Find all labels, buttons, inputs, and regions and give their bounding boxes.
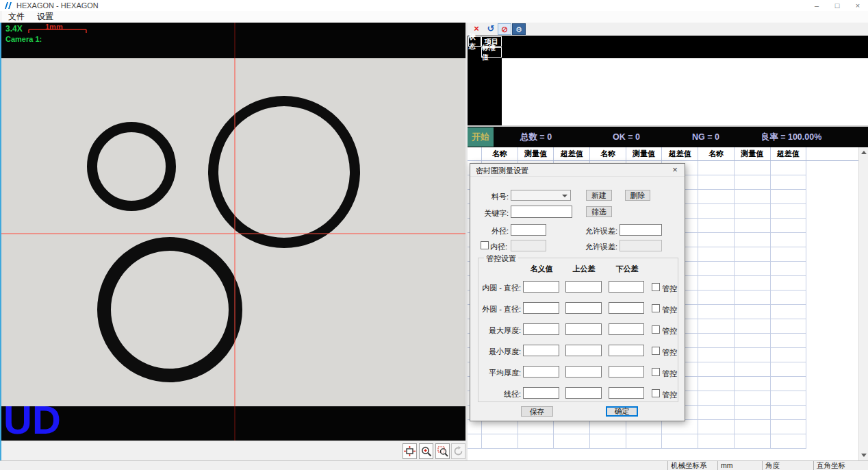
results-row: [468, 420, 858, 434]
nominal-input[interactable]: [523, 281, 559, 293]
rect-coordinates-label: 直角坐标: [813, 461, 868, 470]
lower-tol-input[interactable]: [609, 281, 644, 293]
part-no-label: 料号:: [477, 192, 509, 202]
nominal-column-header: 名义值: [521, 264, 562, 274]
control-checkbox[interactable]: [652, 368, 660, 376]
upper-tol-input[interactable]: [565, 323, 602, 335]
control-checkbox-label: 管控: [662, 284, 677, 294]
upper-tol-input[interactable]: [565, 302, 602, 314]
control-row-label: 外圆 - 直径:: [478, 304, 521, 314]
part-no-select[interactable]: [511, 190, 571, 201]
ok-button[interactable]: 确定: [606, 406, 638, 417]
zoom-in-icon: [421, 446, 432, 457]
keyword-label: 关键字:: [473, 208, 509, 219]
col-measured: 测量值: [518, 147, 554, 160]
coordinate-system-label: 机械坐标系: [667, 461, 717, 470]
col-deviation: 超差值: [662, 147, 698, 160]
control-settings-group: 管控设置 名义值 上公差 下公差 内圆 - 直径:管控外圆 - 直径:管控最大厚…: [478, 258, 678, 402]
vertical-scrollbar[interactable]: [858, 147, 868, 460]
nominal-input[interactable]: [523, 323, 559, 335]
scroll-down-arrow[interactable]: [859, 450, 868, 460]
header-standard-value: 标准值: [481, 47, 502, 58]
nominal-input[interactable]: [523, 302, 559, 314]
direction-watermark: UD: [3, 400, 61, 440]
dialog-title-bar[interactable]: 密封圈测量设置 ×: [470, 164, 685, 177]
control-checkbox[interactable]: [652, 325, 660, 334]
lower-tol-input[interactable]: [609, 387, 644, 399]
dialog-title: 密封圈测量设置: [476, 166, 528, 176]
col-deviation: 超差值: [554, 147, 590, 160]
inner-diameter-checkbox[interactable]: [481, 241, 489, 249]
block-icon[interactable]: ⊘: [498, 23, 511, 35]
run-status-bar: 开始 总数 = 0 OK = 0 NG = 0 良率 = 100.00%: [468, 127, 868, 147]
app-logo-icon: [4, 2, 12, 9]
keyword-input[interactable]: [511, 206, 572, 218]
control-checkbox[interactable]: [652, 347, 660, 355]
control-checkbox[interactable]: [652, 304, 660, 312]
title-bar: HEXAGON - HEXAGON – □ ×: [0, 0, 868, 11]
upper-tol-column-header: 上公差: [563, 264, 604, 274]
results-table-header: 名称 测量值 超差值 名称 测量值 超差值 名称 测量值 超差值: [468, 147, 858, 161]
total-counter: 总数 = 0: [495, 127, 577, 147]
tolerance-label: 允许误差:: [580, 242, 617, 252]
scroll-up-arrow[interactable]: [859, 147, 868, 158]
lower-tol-column-header: 下公差: [607, 264, 648, 274]
zoom-actual-size-icon: [404, 446, 416, 456]
status-bar: 机械坐标系 mm 角度 直角坐标: [0, 460, 868, 470]
zoom-region-icon: [437, 446, 448, 457]
zoom-region-button[interactable]: [435, 443, 450, 459]
angle-label: 角度: [762, 461, 813, 470]
upper-tol-input[interactable]: [565, 366, 602, 378]
control-row-label: 平均厚度:: [478, 368, 521, 378]
new-button[interactable]: 新建: [586, 190, 612, 201]
view-toolbar: [0, 441, 465, 460]
zoom-actual-size-button[interactable]: [403, 443, 417, 459]
col-name: 名称: [698, 147, 735, 160]
ok-counter: OK = 0: [585, 127, 667, 147]
undo-icon[interactable]: ↺: [484, 23, 498, 35]
menu-file[interactable]: 文件: [2, 11, 31, 23]
nominal-input[interactable]: [523, 366, 559, 378]
menu-settings[interactable]: 设置: [31, 11, 60, 23]
minimize-button[interactable]: –: [806, 0, 827, 11]
nominal-input[interactable]: [523, 345, 559, 356]
col-measured: 测量值: [735, 147, 771, 160]
upper-tol-input[interactable]: [565, 281, 602, 293]
restore-button[interactable]: □: [827, 0, 847, 11]
control-checkbox-label: 管控: [662, 326, 677, 336]
outer-diameter-input[interactable]: [511, 224, 546, 236]
control-checkbox-label: 管控: [662, 390, 677, 400]
measured-rings: [92, 101, 355, 376]
scale-label: 1mm: [45, 23, 63, 31]
camera-name-label: Camera 1:: [5, 35, 42, 43]
delete-button[interactable]: 删除: [625, 190, 650, 201]
table-backdrop: [468, 36, 868, 58]
nominal-input[interactable]: [523, 387, 559, 399]
outer-tolerance-input[interactable]: [620, 224, 662, 236]
control-checkbox[interactable]: [652, 389, 660, 397]
dialog-close-icon[interactable]: ×: [669, 164, 680, 175]
close-button[interactable]: ×: [847, 0, 868, 11]
standard-value-table: 状态 项目 标准值: [468, 36, 868, 127]
start-button[interactable]: 开始: [468, 127, 494, 147]
upper-tol-input[interactable]: [565, 345, 602, 356]
zoom-in-button[interactable]: [419, 443, 433, 459]
magnification-label: 3.4X: [5, 24, 23, 34]
header-status: 状态: [468, 36, 481, 47]
control-checkbox-label: 管控: [662, 305, 677, 315]
upper-tol-input[interactable]: [565, 387, 602, 399]
control-row-label: 线径:: [478, 389, 521, 399]
lower-tol-input[interactable]: [609, 323, 644, 335]
refresh-view-button: [451, 443, 465, 459]
filter-button[interactable]: 筛选: [586, 206, 612, 217]
lower-tol-input[interactable]: [609, 302, 644, 314]
control-checkbox[interactable]: [652, 283, 660, 291]
seal-measure-settings-dialog: 密封圈测量设置 × 料号: 新建 删除 关键字: 筛选 外径: 允许误差: 内径…: [470, 163, 685, 421]
col-measured: 测量值: [626, 147, 663, 160]
gear-icon[interactable]: ⚙: [512, 23, 526, 35]
lower-tol-input[interactable]: [609, 366, 644, 378]
camera-view[interactable]: 3.4X 1mm Camera 1: UD: [0, 23, 465, 441]
save-button[interactable]: 保存: [521, 406, 553, 417]
control-row-label: 内圆 - 直径:: [478, 283, 521, 293]
lower-tol-input[interactable]: [609, 345, 644, 356]
